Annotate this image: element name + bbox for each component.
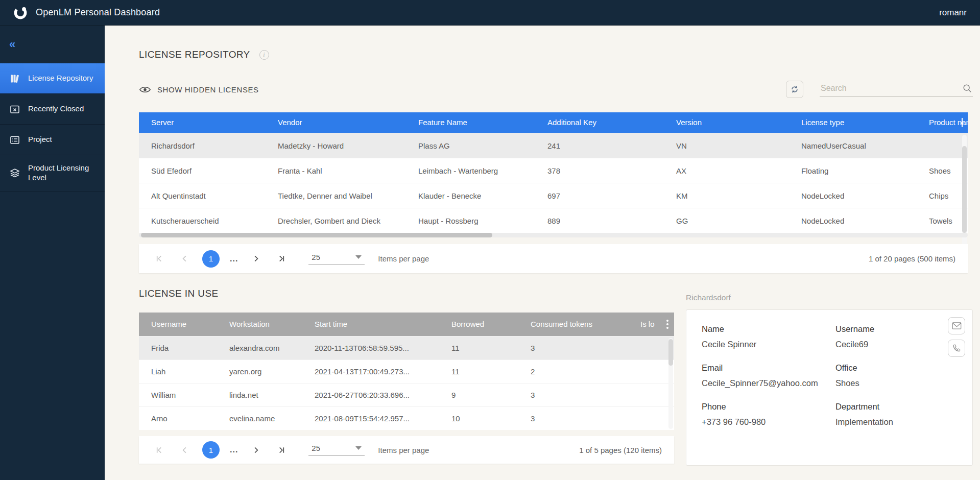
column-header-borrowed[interactable]: Borrowed	[439, 313, 518, 336]
cell-consumed-tokens: 3	[518, 337, 628, 359]
next-page-icon[interactable]	[248, 442, 264, 458]
cell-username: William	[139, 383, 217, 406]
cell-workstation: alexandra.com	[217, 337, 302, 359]
license-in-use-pagination: 1 ... 25 Items per page 1 of 5 pages (12…	[139, 436, 674, 464]
cell-username: Frida	[139, 337, 217, 359]
call-phone-button[interactable]	[948, 340, 965, 357]
column-header-username[interactable]: Username	[139, 313, 217, 336]
column-header-version[interactable]: Version	[664, 112, 789, 133]
column-header-license-type[interactable]: License type	[789, 112, 917, 133]
layers-icon	[9, 167, 20, 179]
cell-consumed-tokens: 3	[518, 383, 628, 406]
table-row[interactable]: Frida alexandra.com 2020-11-13T06:58:59.…	[139, 336, 674, 359]
cell-version: VN	[664, 133, 789, 158]
cell-start-time: 2021-08-09T15:54:42.957...	[302, 407, 439, 430]
chevron-down-icon	[355, 446, 362, 450]
chevron-down-icon	[355, 255, 362, 259]
archive-x-icon	[9, 104, 20, 115]
cell-start-time: 2021-04-13T17:00:49.273...	[302, 360, 439, 383]
sidebar-item-label: Product Licensing Level	[28, 163, 105, 183]
cell-additional-key: 697	[535, 183, 664, 208]
refresh-icon	[790, 85, 799, 94]
cell-server: Süd Efedorf	[139, 158, 266, 183]
sidebar-item-project[interactable]: Project	[0, 124, 105, 155]
table-row[interactable]: Süd Efedorf Franta - Kahl Leimbach - War…	[139, 158, 968, 183]
pagination-ellipsis[interactable]: ...	[230, 445, 238, 454]
first-page-icon[interactable]	[151, 251, 166, 267]
show-hidden-label: SHOW HIDDEN LICENSES	[157, 85, 259, 94]
column-header-server[interactable]: Server	[139, 112, 266, 133]
cell-is-locked	[628, 383, 674, 406]
vertical-scrollbar-thumb[interactable]	[962, 146, 967, 233]
cell-feature-name: Plass AG	[406, 133, 535, 158]
next-page-icon[interactable]	[248, 251, 264, 267]
previous-page-icon[interactable]	[177, 251, 192, 267]
cell-product-name: Chips	[917, 183, 968, 208]
horizontal-scrollbar-thumb[interactable]	[141, 233, 492, 237]
show-hidden-licenses-toggle[interactable]: SHOW HIDDEN LICENSES	[139, 85, 259, 94]
table-row[interactable]: Richardsdorf Madetzky - Howard Plass AG …	[139, 133, 968, 158]
field-username: Username Cecile69	[835, 324, 957, 349]
field-department: Department Implementation	[835, 402, 957, 427]
table-header-row: Server Vendor Feature Name Additional Ke…	[139, 112, 968, 133]
username-menu[interactable]: romanr	[939, 8, 967, 18]
send-email-button[interactable]	[948, 317, 965, 334]
search-field	[820, 82, 973, 97]
items-per-page-select[interactable]: 25	[308, 444, 365, 456]
envelope-icon	[952, 322, 962, 330]
current-page-button[interactable]: 1	[202, 250, 220, 268]
cell-vendor: Drechsler, Gombert and Dieck	[266, 208, 406, 233]
cell-license-type: Floating	[789, 158, 917, 183]
license-in-use-title: LICENSE IN USE	[139, 288, 219, 299]
cell-vendor: Madetzky - Howard	[266, 133, 406, 158]
column-header-consumed-tokens[interactable]: Consumed tokens	[518, 313, 628, 336]
cell-server: Alt Quentinstadt	[139, 183, 266, 208]
last-page-icon[interactable]	[274, 442, 289, 458]
items-per-page-label: Items per page	[378, 446, 429, 454]
column-header-workstation[interactable]: Workstation	[217, 313, 302, 336]
cell-additional-key: 889	[535, 208, 664, 233]
table-row[interactable]: Alt Quentinstadt Tiedtke, Denner and Wai…	[139, 183, 968, 208]
last-page-icon[interactable]	[274, 251, 289, 267]
sidebar-collapse-row: «	[0, 26, 105, 63]
sidebar-item-label: License Repository	[28, 74, 105, 83]
field-phone: Phone +373 96 760-980	[702, 402, 835, 427]
column-resize-cursor	[959, 118, 966, 127]
cell-feature-name: Leimbach - Wartenberg	[406, 158, 535, 183]
items-per-page-select[interactable]: 25	[308, 253, 365, 265]
table-row[interactable]: William linda.net 2021-06-27T06:20:33.69…	[139, 383, 674, 406]
pagination-ellipsis[interactable]: ...	[230, 254, 238, 263]
first-page-icon[interactable]	[151, 442, 166, 458]
cell-start-time: 2021-06-27T06:20:33.696...	[302, 383, 439, 406]
sidebar-item-recently-closed[interactable]: Recently Closed	[0, 93, 105, 124]
column-header-vendor[interactable]: Vendor	[266, 112, 406, 133]
cell-is-locked	[628, 360, 674, 383]
info-icon[interactable]: i	[259, 50, 269, 60]
collapse-sidebar-icon[interactable]: «	[9, 39, 15, 50]
column-header-additional-key[interactable]: Additional Key	[535, 112, 664, 133]
items-per-page-label: Items per page	[378, 254, 429, 263]
cell-license-type: NamedUserCasual	[789, 133, 917, 158]
vertical-scrollbar-thumb[interactable]	[668, 339, 673, 366]
table-row[interactable]: Kutscherauerscheid Drechsler, Gombert an…	[139, 208, 968, 233]
column-header-feature-name[interactable]: Feature Name	[406, 112, 535, 133]
cell-borrowed: 11	[439, 360, 518, 383]
refresh-button[interactable]	[786, 81, 803, 98]
sidebar-item-license-repository[interactable]: License Repository	[0, 63, 105, 93]
cell-borrowed: 10	[439, 407, 518, 430]
pagination-summary: 1 of 5 pages (120 items)	[579, 446, 662, 454]
cell-borrowed: 11	[439, 337, 518, 359]
table-menu-kebab-icon[interactable]	[665, 319, 670, 330]
table-row[interactable]: Arno evelina.name 2021-08-09T15:54:42.95…	[139, 406, 674, 430]
field-office: Office Shoes	[835, 363, 957, 388]
cell-workstation: yaren.org	[217, 360, 302, 383]
details-panel-title: Richardsdorf	[686, 293, 731, 302]
sidebar-item-product-licensing-level[interactable]: Product Licensing Level	[0, 155, 105, 191]
search-input[interactable]	[821, 84, 963, 93]
current-page-button[interactable]: 1	[202, 441, 220, 459]
eye-icon	[139, 85, 151, 94]
previous-page-icon[interactable]	[177, 442, 192, 458]
column-header-start-time[interactable]: Start time	[302, 313, 439, 336]
cell-additional-key: 378	[535, 158, 664, 183]
table-row[interactable]: Liah yaren.org 2021-04-13T17:00:49.273..…	[139, 359, 674, 383]
